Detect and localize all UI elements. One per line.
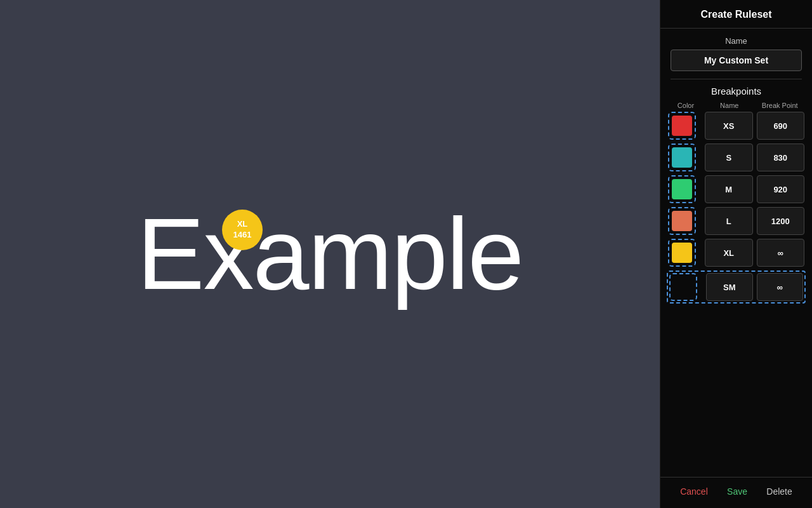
color-picker-btn[interactable] xyxy=(668,144,696,171)
col-breakpoint: Break Point xyxy=(757,102,804,109)
badge-value: 1461 xyxy=(233,230,252,241)
breakpoint-value-input[interactable] xyxy=(757,207,805,235)
cancel-button[interactable]: Cancel xyxy=(675,484,713,499)
save-button[interactable]: Save xyxy=(722,484,752,499)
breakpoint-name-input[interactable] xyxy=(706,273,753,301)
breakpoint-value-input[interactable] xyxy=(757,273,804,301)
breakpoint-row xyxy=(668,207,804,235)
ruleset-name-input[interactable] xyxy=(671,50,802,71)
breakpoint-row xyxy=(667,271,806,304)
breakpoint-row xyxy=(668,144,804,171)
delete-button[interactable]: Delete xyxy=(761,484,797,499)
col-name: Name xyxy=(706,102,753,109)
canvas-area: XL 1461 Example xyxy=(0,0,660,508)
breakpoint-row xyxy=(668,239,804,267)
breakpoints-header: Color Name Break Point xyxy=(668,102,804,109)
breakpoint-rows xyxy=(668,112,804,304)
breakpoint-name-input[interactable] xyxy=(705,207,753,235)
breakpoint-name-input[interactable] xyxy=(705,175,753,203)
breakpoint-value-input[interactable] xyxy=(757,239,805,267)
panel-footer: Cancel Save Delete xyxy=(660,477,812,508)
color-picker-btn[interactable] xyxy=(668,175,696,203)
breakpoint-name-input[interactable] xyxy=(705,112,753,140)
color-picker-btn[interactable] xyxy=(668,239,696,267)
name-section: Name xyxy=(660,29,812,79)
breakpoints-section: Breakpoints Color Name Break Point xyxy=(660,79,812,477)
example-text: Example xyxy=(137,203,523,305)
breakpoint-value-input[interactable] xyxy=(757,112,805,140)
breakpoint-row xyxy=(668,175,804,203)
breakpoint-name-input[interactable] xyxy=(705,239,753,267)
col-color: Color xyxy=(669,102,702,109)
color-picker-btn[interactable] xyxy=(668,207,696,235)
breakpoint-name-input[interactable] xyxy=(705,144,753,171)
badge-label: XL xyxy=(237,219,248,230)
panel-title: Create Ruleset xyxy=(660,0,812,29)
color-picker-btn[interactable] xyxy=(668,112,696,140)
breakpoints-title: Breakpoints xyxy=(668,86,804,97)
create-ruleset-panel: Create Ruleset Name Breakpoints Color Na… xyxy=(660,0,812,508)
breakpoint-value-input[interactable] xyxy=(757,175,805,203)
breakpoint-badge: XL 1461 xyxy=(222,210,263,250)
breakpoint-value-input[interactable] xyxy=(757,144,805,171)
breakpoint-row xyxy=(668,112,804,140)
name-label: Name xyxy=(671,36,802,46)
color-picker-btn[interactable] xyxy=(669,273,697,301)
